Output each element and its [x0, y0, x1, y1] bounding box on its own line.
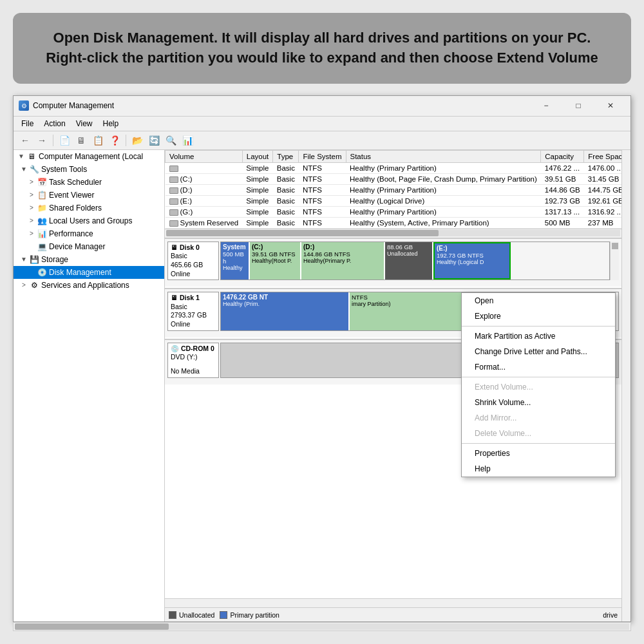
- menu-action[interactable]: Action: [39, 118, 70, 129]
- sidebar-item-services[interactable]: > ⚙ Services and Applications: [14, 279, 164, 292]
- forward-button[interactable]: →: [34, 133, 50, 147]
- table-row[interactable]: Simple Basic NTFS Healthy (Primary Parti…: [166, 162, 622, 173]
- ctx-properties[interactable]: Properties: [462, 446, 615, 461]
- sidebar-item-task-scheduler[interactable]: > 📅 Task Scheduler: [14, 176, 164, 189]
- cell-type: Basic: [273, 173, 299, 184]
- menu-file[interactable]: File: [16, 118, 39, 129]
- sidebar-item-computer-management[interactable]: ▼ 🖥 Computer Management (Local: [14, 150, 164, 163]
- horizontal-scrollbar[interactable]: [165, 229, 621, 238]
- sidebar-label-sf: Shared Folders: [49, 204, 102, 213]
- cell-fs: NTFS: [299, 206, 346, 217]
- sidebar-item-performance[interactable]: > 📊 Performance: [14, 227, 164, 240]
- cell-fs: NTFS: [299, 162, 346, 173]
- cell-capacity: 192.73 GB: [541, 195, 584, 206]
- properties-button[interactable]: 📋: [90, 133, 106, 147]
- app-icon: ⚙: [19, 100, 29, 111]
- cell-status: Healthy (Boot, Page File, Crash Dump, Pr…: [346, 173, 541, 184]
- sidebar-label-ts: Task Scheduler: [49, 178, 102, 187]
- scroll-track: [166, 230, 620, 236]
- partition-c[interactable]: (C:) 39.51 GB NTFS Healthy(Root P.: [250, 242, 301, 280]
- bottom-scroll[interactable]: [165, 598, 621, 607]
- legend-primary-box: [220, 611, 227, 619]
- sidebar-label-perf: Performance: [49, 229, 93, 238]
- col-freespace: Free Space: [584, 150, 621, 162]
- sidebar-item-system-tools[interactable]: ▼ 🔧 System Tools: [14, 163, 164, 176]
- bottom-window-scroll[interactable]: [13, 622, 631, 631]
- legend-unallocated-label: Unallocated: [179, 611, 214, 619]
- disk-0-size: 465.66 GB: [171, 261, 216, 270]
- expand-icon-stor: ▼: [19, 256, 29, 263]
- table-row[interactable]: System Reserved Simple Basic NTFS Health…: [166, 217, 622, 228]
- ctx-explore[interactable]: Explore: [462, 308, 615, 324]
- table-row[interactable]: (E:) Simple Basic NTFS Healthy (Logical …: [166, 195, 622, 206]
- cell-free: 31.45 GB: [584, 173, 621, 184]
- partition-unalloc-0[interactable]: 88.06 GB Unallocated: [385, 242, 433, 280]
- services-icon: ⚙: [29, 280, 39, 290]
- sidebar-label-stor: Storage: [41, 255, 68, 264]
- cell-fs: NTFS: [299, 217, 346, 228]
- ctx-mark-active[interactable]: Mark Partition as Active: [462, 328, 615, 344]
- instruction-text: Open Disk Management. It will display al…: [32, 28, 612, 68]
- window-title: Computer Management: [33, 101, 531, 110]
- cell-layout: Simple: [242, 162, 273, 173]
- sidebar-item-local-users[interactable]: > 👥 Local Users and Groups: [14, 214, 164, 227]
- disk-visual-container: 🖥 Disk 0 Basic 465.66 GB Online System 5…: [165, 238, 621, 598]
- cell-free: 192.61 GB: [584, 195, 621, 206]
- cell-type: Basic: [273, 195, 299, 206]
- table-row[interactable]: (D:) Simple Basic NTFS Healthy (Primary …: [166, 184, 622, 195]
- sidebar-item-device-manager[interactable]: 💻 Device Manager: [14, 240, 164, 253]
- ctx-format[interactable]: Format...: [462, 359, 615, 375]
- help-toolbar-button[interactable]: ❓: [107, 133, 122, 147]
- legend-primary: Primary partition: [220, 611, 279, 619]
- cell-status: Healthy (System, Active, Primary Partiti…: [346, 217, 541, 228]
- expand-icon-st: ▼: [19, 166, 29, 173]
- partition-disk1-primary[interactable]: 1476.22 GB NT Healthy (Prim.: [221, 292, 350, 330]
- refresh-button[interactable]: 🔄: [146, 133, 162, 147]
- show-hide-button[interactable]: 🖥: [73, 133, 89, 147]
- cell-capacity: 1476.22 ...: [541, 162, 584, 173]
- expand-icon-sf: >: [26, 204, 37, 211]
- ctx-shrink[interactable]: Shrink Volume...: [462, 395, 615, 410]
- status-bar: Unallocated Primary partition drive: [165, 607, 621, 621]
- minimize-button[interactable]: −: [531, 99, 561, 112]
- disk-0-type: Basic: [171, 252, 216, 261]
- up-button[interactable]: 📄: [57, 133, 72, 147]
- partition-system[interactable]: System 500 MB h Healthy: [221, 242, 250, 280]
- cell-type: Basic: [273, 217, 299, 228]
- vertical-scrollbar[interactable]: [621, 150, 630, 621]
- disk-management-icon: 💿: [37, 267, 47, 278]
- sidebar-label-cm: Computer Management (Local: [39, 152, 143, 161]
- ctx-help[interactable]: Help: [462, 461, 615, 477]
- expand-icon-lu: >: [26, 217, 37, 224]
- ctx-open[interactable]: Open: [462, 293, 615, 308]
- legend-unallocated-box: [169, 611, 176, 619]
- back-button[interactable]: ←: [17, 133, 33, 147]
- cell-type: Basic: [273, 162, 299, 173]
- cell-layout: Simple: [242, 173, 273, 184]
- search-button[interactable]: 🔍: [163, 133, 178, 147]
- ctx-change-drive[interactable]: Change Drive Letter and Paths...: [462, 344, 615, 359]
- maximize-button[interactable]: □: [564, 99, 593, 112]
- export-button[interactable]: 📂: [129, 133, 145, 147]
- table-row[interactable]: (C:) Simple Basic NTFS Healthy (Boot, Pa…: [166, 173, 622, 184]
- cell-volume: System Reserved: [166, 217, 243, 228]
- cell-free: 1316.92 ...: [584, 206, 621, 217]
- performance-icon: 📊: [37, 229, 47, 239]
- cell-volume: (G:): [166, 206, 243, 217]
- sidebar-item-disk-management[interactable]: 💿 Disk Management: [14, 266, 164, 279]
- cell-capacity: 500 MB: [541, 217, 584, 228]
- partition-d[interactable]: (D:) 144.86 GB NTFS Healthy(Primary P.: [301, 242, 385, 280]
- menu-view[interactable]: View: [71, 118, 98, 129]
- col-volume: Volume: [166, 150, 243, 162]
- sidebar-item-event-viewer[interactable]: > 📋 Event Viewer: [14, 189, 164, 202]
- computer-management-window: ⚙ Computer Management − □ ✕ File Action …: [13, 95, 631, 622]
- sidebar-item-shared-folders[interactable]: > 📁 Shared Folders: [14, 202, 164, 214]
- ctx-delete: Delete Volume...: [462, 426, 615, 441]
- partition-e[interactable]: (E:) 192.73 GB NTFS Healthy (Logical D: [433, 242, 511, 280]
- table-row[interactable]: (G:) Simple Basic NTFS Healthy (Primary …: [166, 206, 622, 217]
- menu-help[interactable]: Help: [98, 118, 124, 129]
- ctx-sep-2: [462, 377, 615, 377]
- extra-button[interactable]: 📊: [180, 133, 195, 147]
- close-button[interactable]: ✕: [596, 99, 625, 112]
- sidebar-item-storage[interactable]: ▼ 💾 Storage: [14, 253, 164, 266]
